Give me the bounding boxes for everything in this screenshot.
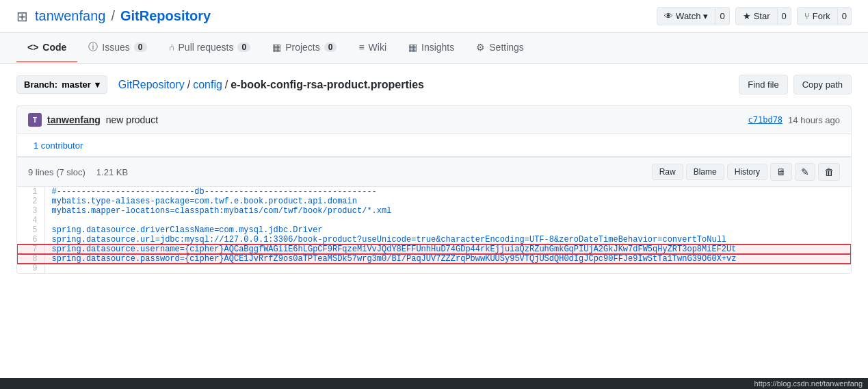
issues-icon: ⓘ bbox=[88, 41, 98, 53]
fork-count-btn[interactable]: 0 bbox=[838, 7, 852, 25]
tab-insights[interactable]: ▦ Insights bbox=[397, 34, 465, 62]
file-size: 1.21 KB bbox=[96, 167, 128, 177]
branch-label: Branch: bbox=[24, 79, 57, 90]
tab-settings[interactable]: ⚙ Settings bbox=[465, 34, 535, 62]
chevron-down-icon: ▾ bbox=[703, 11, 708, 21]
fork-button[interactable]: ⑂ Fork bbox=[797, 7, 838, 25]
table-row: 3mybatis.mapper-locations=classpath:myba… bbox=[17, 206, 851, 216]
commit-sha-link[interactable]: c71bd78 bbox=[748, 115, 783, 125]
repo-name-link[interactable]: GitRepository bbox=[120, 8, 211, 24]
history-button[interactable]: History bbox=[727, 164, 767, 180]
tab-projects-label: Projects bbox=[285, 42, 320, 53]
line-code: mybatis.type-aliases-package=com.twf.e.b… bbox=[44, 197, 851, 206]
line-number[interactable]: 1 bbox=[17, 187, 44, 197]
line-number[interactable]: 2 bbox=[17, 197, 44, 206]
line-number[interactable]: 7 bbox=[17, 244, 44, 254]
star-count-btn[interactable]: 0 bbox=[778, 7, 791, 25]
tab-wiki-label: Wiki bbox=[369, 42, 386, 53]
find-file-button[interactable]: Find file bbox=[739, 75, 788, 95]
commit-meta: c71bd78 14 hours ago bbox=[748, 115, 840, 125]
tab-projects[interactable]: ▦ Projects 0 bbox=[261, 34, 347, 62]
line-number[interactable]: 6 bbox=[17, 235, 44, 244]
star-icon: ★ bbox=[743, 11, 751, 21]
fork-count: 0 bbox=[842, 11, 847, 21]
file-view: 9 lines (7 sloc) 1.21 KB Raw Blame Histo… bbox=[16, 156, 852, 274]
tab-insights-label: Insights bbox=[421, 42, 454, 53]
tab-wiki[interactable]: ≡ Wiki bbox=[347, 34, 397, 62]
breadcrumb-filename: e-book-config-rsa-product.properties bbox=[231, 79, 424, 91]
fork-label: Fork bbox=[813, 11, 830, 21]
tab-settings-label: Settings bbox=[489, 42, 524, 53]
line-number[interactable]: 4 bbox=[17, 216, 44, 225]
avatar: T bbox=[28, 113, 42, 127]
watch-count: 0 bbox=[720, 11, 724, 21]
contributors-link[interactable]: 1 contributor bbox=[34, 140, 83, 151]
line-number[interactable]: 5 bbox=[17, 225, 44, 235]
tab-pull-requests[interactable]: ⑃ Pull requests 0 bbox=[158, 34, 262, 62]
breadcrumb-sep1: / bbox=[187, 79, 190, 91]
file-header: 9 lines (7 sloc) 1.21 KB Raw Blame Histo… bbox=[17, 157, 851, 187]
delete-icon-button[interactable]: 🗑 bbox=[818, 163, 840, 181]
star-label: Star bbox=[754, 11, 770, 21]
pr-icon: ⑃ bbox=[169, 42, 174, 53]
contributors-count: 1 bbox=[34, 140, 38, 151]
breadcrumb: GitRepository / config / e-book-config-r… bbox=[118, 79, 739, 91]
line-code: spring.datasource.username={cipher}AQCaB… bbox=[44, 244, 851, 254]
tab-code-label: Code bbox=[42, 42, 66, 53]
issues-badge: 0 bbox=[134, 42, 147, 52]
eye-icon: 👁 bbox=[664, 11, 673, 21]
blame-button[interactable]: Blame bbox=[686, 164, 724, 180]
tab-issues[interactable]: ⓘ Issues 0 bbox=[77, 33, 157, 63]
star-button[interactable]: ★ Star bbox=[735, 7, 778, 25]
code-icon: <> bbox=[27, 42, 38, 53]
tab-issues-label: Issues bbox=[102, 42, 129, 53]
edit-icon-button[interactable]: ✎ bbox=[795, 163, 815, 181]
file-actions: Raw Blame History 🖥 ✎ 🗑 bbox=[652, 163, 840, 181]
tab-pr-label: Pull requests bbox=[179, 42, 234, 53]
line-code bbox=[44, 264, 851, 273]
table-row: 2mybatis.type-aliases-package=com.twf.e.… bbox=[17, 197, 851, 206]
watch-group: 👁 Watch ▾ 0 bbox=[657, 7, 730, 25]
table-row: 6spring.datasource.url=jdbc:mysql://127.… bbox=[17, 235, 851, 244]
file-meta: 9 lines (7 sloc) 1.21 KB bbox=[28, 167, 128, 177]
insights-icon: ▦ bbox=[408, 42, 417, 53]
line-code: #----------------------------db---------… bbox=[44, 187, 851, 197]
line-code: mybatis.mapper-locations=classpath:mybat… bbox=[44, 206, 851, 216]
table-row: 4 bbox=[17, 216, 851, 225]
commit-author-link[interactable]: tanwenfang bbox=[47, 114, 101, 125]
table-row: 9 bbox=[17, 264, 851, 273]
contributors-label: contributor bbox=[41, 140, 83, 151]
watch-count-btn[interactable]: 0 bbox=[715, 7, 729, 25]
line-number[interactable]: 3 bbox=[17, 206, 44, 216]
watch-button[interactable]: 👁 Watch ▾ bbox=[657, 7, 715, 25]
tab-code[interactable]: <> Code bbox=[16, 34, 77, 62]
table-row: 8spring.datasource.password={cipher}AQCE… bbox=[17, 254, 851, 264]
code-table: 1#----------------------------db--------… bbox=[17, 187, 851, 273]
star-group: ★ Star 0 bbox=[735, 7, 791, 25]
branch-chevron-icon: ▾ bbox=[95, 79, 100, 90]
table-row: 1#----------------------------db--------… bbox=[17, 187, 851, 197]
monitor-icon-button[interactable]: 🖥 bbox=[770, 163, 792, 181]
projects-badge: 0 bbox=[324, 42, 337, 52]
line-code: spring.datasource.driverClassName=com.my… bbox=[44, 225, 851, 235]
pr-badge: 0 bbox=[237, 42, 250, 52]
raw-button[interactable]: Raw bbox=[652, 164, 683, 180]
page-header: ⊞ tanwenfang / GitRepository 👁 Watch ▾ 0… bbox=[0, 0, 868, 33]
table-row: 5spring.datasource.driverClassName=com.m… bbox=[17, 225, 851, 235]
header-actions: 👁 Watch ▾ 0 ★ Star 0 ⑂ Fork bbox=[651, 7, 852, 25]
breadcrumb-actions: Find file Copy path bbox=[739, 75, 852, 95]
line-number[interactable]: 9 bbox=[17, 264, 44, 273]
nav-tabs: <> Code ⓘ Issues 0 ⑃ Pull requests 0 ▦ P… bbox=[0, 33, 868, 64]
breadcrumb-config-link[interactable]: config bbox=[193, 79, 222, 91]
breadcrumb-left: Branch: master ▾ GitRepository / config … bbox=[16, 75, 739, 94]
commit-message: new product bbox=[106, 114, 158, 125]
code-container: 1#----------------------------db--------… bbox=[17, 187, 851, 273]
copy-path-button[interactable]: Copy path bbox=[793, 75, 852, 95]
line-number[interactable]: 8 bbox=[17, 254, 44, 264]
breadcrumb-repo-link[interactable]: GitRepository bbox=[118, 79, 185, 91]
contributors-bar: 1 contributor bbox=[16, 134, 852, 156]
table-row: 7spring.datasource.username={cipher}AQCa… bbox=[17, 244, 851, 254]
watch-label: Watch bbox=[676, 11, 700, 21]
owner-link[interactable]: tanwenfang bbox=[35, 8, 105, 24]
branch-selector[interactable]: Branch: master ▾ bbox=[16, 75, 107, 94]
